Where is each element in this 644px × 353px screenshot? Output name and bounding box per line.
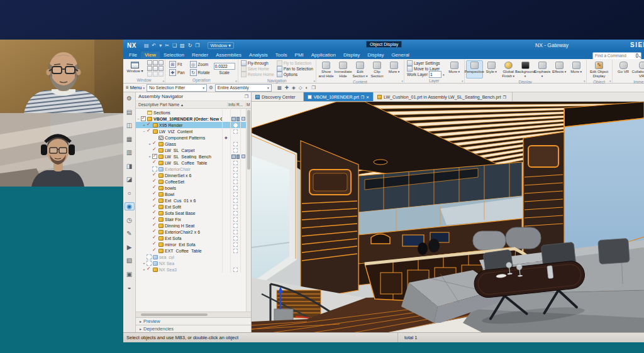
ribbon-tab[interactable]: Display (340, 52, 364, 58)
column-descriptive-part-name[interactable]: Descriptive Part Name (136, 102, 179, 107)
menu-button[interactable]: ≡ Menu ▾ (126, 85, 145, 90)
ribbon-tab[interactable]: View (141, 52, 160, 58)
ribbon-tab[interactable]: Tools (272, 52, 291, 58)
tree-checkbox[interactable] (152, 229, 157, 234)
tree-checkbox[interactable] (147, 261, 152, 266)
tree-checkbox[interactable] (152, 198, 157, 203)
render-cell[interactable] (230, 178, 240, 185)
part-tab[interactable]: VBOM_10RENDER.prt (304, 92, 374, 101)
tree-checkbox[interactable] (152, 148, 157, 153)
tree-expander[interactable] (142, 260, 147, 266)
settings-gear-icon[interactable]: ⚙ (125, 94, 135, 102)
tree-expander[interactable] (142, 128, 147, 134)
undo-caret-icon[interactable]: ▾ (159, 43, 162, 48)
selection-scope-icon[interactable]: ⚙ (209, 85, 213, 90)
tree-horizontal-scrollbar[interactable] (136, 312, 251, 317)
render-cell[interactable] (230, 122, 240, 128)
tree-checkbox[interactable] (152, 154, 157, 159)
part-navigator-icon[interactable]: ▦ (125, 135, 135, 143)
tree-checkbox[interactable] (152, 185, 157, 190)
render-cell[interactable] (230, 147, 240, 153)
content-command-button[interactable]: Clip Section (369, 60, 386, 79)
render-cell[interactable] (230, 134, 240, 141)
tree-row[interactable]: X95 Render (136, 122, 251, 128)
render-cell[interactable] (230, 160, 240, 166)
layer-more-button[interactable]: More (446, 60, 463, 77)
dependencies-section[interactable]: ▸Dependencies (136, 325, 251, 332)
ribbon-tab[interactable]: General (387, 52, 413, 58)
selection-intent-icon[interactable]: ▩ (277, 85, 282, 90)
render-cell[interactable] (230, 241, 240, 247)
window-layout-toggle[interactable] (147, 72, 152, 77)
tree-expander[interactable] (136, 116, 141, 122)
internet-sphere-icon[interactable]: ○ (125, 189, 135, 197)
render-cell[interactable] (230, 185, 240, 191)
zoom-button[interactable]: ◎Zoom (189, 61, 211, 68)
navigation-command[interactable]: Pan to Selection (277, 66, 313, 72)
tree-checkbox[interactable] (152, 192, 157, 197)
rotate-button[interactable]: ↻Rotate (189, 68, 211, 76)
tree-checkbox[interactable] (152, 141, 157, 146)
tree-row[interactable]: NX Sea (136, 260, 251, 266)
render-cell[interactable] (230, 116, 240, 122)
ribbon-tab[interactable]: Render (188, 52, 212, 58)
tree-expander[interactable] (147, 153, 152, 160)
tree-expander[interactable] (142, 122, 147, 128)
preview-section[interactable]: ▸Preview (136, 317, 251, 325)
display-command-button[interactable]: Effects (551, 60, 568, 79)
palette-icon[interactable]: ✎ (125, 229, 135, 237)
render-cell[interactable] (230, 210, 240, 216)
cut-icon[interactable]: ✂ (165, 43, 169, 48)
window-cascade-icon[interactable]: ❐ (195, 43, 199, 48)
window-layout-toggle[interactable] (147, 60, 152, 65)
navigation-command[interactable]: Save Home (241, 66, 274, 72)
window-layout-toggle[interactable] (153, 60, 158, 65)
pan-button[interactable]: ✚Pan (168, 68, 186, 76)
tree-checkbox[interactable] (152, 236, 157, 241)
render-cell[interactable] (230, 128, 240, 134)
render-cell[interactable] (230, 247, 240, 254)
window-layout-toggle[interactable] (153, 66, 158, 71)
tree-checkbox[interactable] (147, 122, 152, 128)
tree-vertical-scrollbar[interactable] (246, 109, 251, 312)
content-command-button[interactable]: More (386, 60, 402, 79)
tree-row[interactable]: LW_VIZ_Content (136, 128, 251, 134)
part-tab[interactable]: Discovery Center (252, 92, 304, 101)
column-m[interactable]: M (245, 102, 251, 107)
navigation-command[interactable]: Restore Home (241, 72, 274, 77)
snap-point-icon[interactable]: ✚ (285, 85, 289, 90)
paste-icon[interactable]: ▨ (180, 43, 185, 48)
work-layer-field[interactable]: Work Layer▾ (407, 72, 445, 77)
render-cell[interactable] (230, 197, 240, 204)
render-cell[interactable] (230, 266, 240, 273)
tree-row[interactable]: sea_cyl (136, 254, 251, 260)
pointer-tool-icon[interactable]: ▶ (125, 243, 135, 251)
window-layout-toggle[interactable] (153, 72, 158, 77)
render-cell[interactable] (230, 172, 240, 178)
render-cell[interactable] (230, 109, 240, 116)
panel-float-icon[interactable]: ❐ (245, 94, 248, 99)
content-command-button[interactable]: Edit Section (352, 60, 369, 79)
render-cell[interactable] (230, 204, 240, 210)
render-cell[interactable] (230, 191, 240, 197)
new-window-icon[interactable]: ❐ (311, 85, 316, 90)
save-icon[interactable]: ▤ (144, 43, 149, 48)
tree-row[interactable]: LW_SL_Coffee_Table (136, 160, 251, 166)
ribbon-tab[interactable]: Display (364, 52, 387, 58)
tree-checkbox[interactable] (152, 248, 157, 253)
move-component-icon[interactable]: ◇ (299, 85, 303, 90)
visual-reports-icon[interactable]: ◪ (125, 175, 135, 183)
tree-row[interactable]: LW_SL_Carpet (136, 147, 251, 153)
tree-expander[interactable] (142, 266, 147, 273)
render-cell[interactable] (230, 166, 240, 172)
show-hide-toggle-icon[interactable]: ◐ (306, 85, 309, 90)
tab-float-icon[interactable] (503, 95, 506, 99)
repeat-command-icon[interactable]: ↻ (188, 43, 192, 48)
render-cell[interactable] (230, 153, 240, 160)
render-cell[interactable] (230, 216, 240, 222)
work-layer-input[interactable] (429, 71, 441, 78)
tree-checkbox[interactable] (152, 166, 157, 171)
tree-checkbox[interactable] (147, 129, 152, 134)
history-icon[interactable]: ◷ (125, 216, 135, 224)
render-cell[interactable] (230, 229, 240, 235)
